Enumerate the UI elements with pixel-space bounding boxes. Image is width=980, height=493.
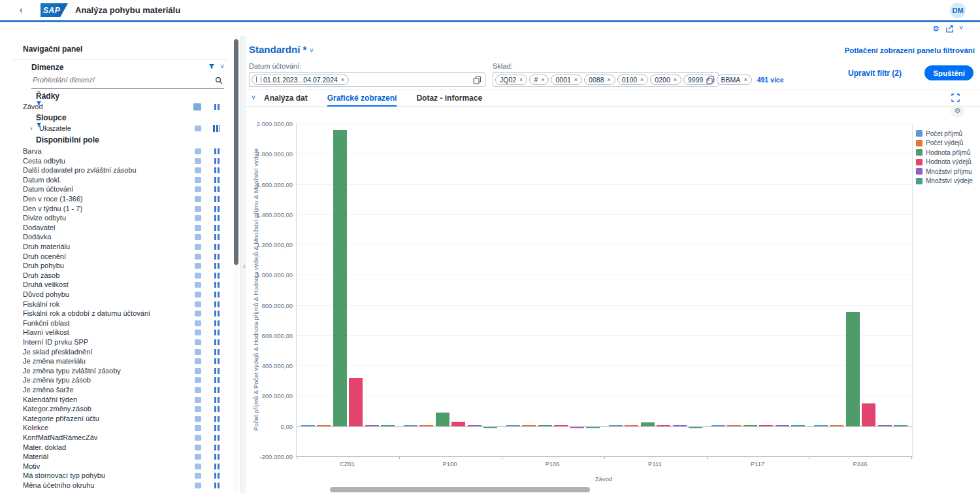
bar-segment[interactable] bbox=[791, 425, 805, 426]
add-to-columns-icon[interactable] bbox=[214, 311, 220, 316]
bar-segment[interactable] bbox=[349, 378, 363, 426]
legend-item[interactable]: Množství výdeje bbox=[916, 177, 973, 186]
add-to-rows-icon[interactable] bbox=[195, 377, 201, 383]
filter-token[interactable]: 01.01.2023...04.07.2024× bbox=[252, 75, 349, 85]
add-to-rows-icon[interactable] bbox=[195, 445, 201, 450]
bar-segment[interactable] bbox=[301, 425, 315, 426]
chart-settings-gear-icon[interactable]: ⚙ bbox=[951, 104, 964, 118]
collapse-content-chevron-icon[interactable]: ˅ bbox=[252, 94, 255, 101]
token-remove-icon[interactable]: × bbox=[341, 76, 344, 83]
bar-segment[interactable] bbox=[846, 312, 860, 426]
add-to-columns-icon[interactable] bbox=[214, 349, 220, 355]
bar-segment[interactable] bbox=[743, 425, 757, 426]
bar-segment[interactable] bbox=[506, 425, 520, 426]
add-to-rows-icon[interactable] bbox=[195, 464, 201, 469]
add-to-columns-icon[interactable] bbox=[214, 473, 220, 479]
field-row[interactable]: Fiskální rok a období z datumu účtování bbox=[0, 309, 232, 318]
panel-scrollbar-thumb[interactable] bbox=[234, 39, 238, 265]
field-row[interactable]: Druh materiálu bbox=[0, 242, 232, 252]
add-to-columns-icon[interactable] bbox=[214, 483, 220, 488]
add-to-columns-icon[interactable] bbox=[214, 186, 220, 192]
bar-segment[interactable] bbox=[404, 425, 417, 426]
chevron-right-icon[interactable]: › bbox=[30, 124, 33, 132]
field-row[interactable]: Kalendářní týden bbox=[0, 395, 232, 405]
add-to-columns-icon[interactable] bbox=[214, 397, 220, 403]
add-to-columns-icon[interactable] bbox=[214, 464, 220, 469]
bar-segment[interactable] bbox=[727, 425, 741, 426]
add-to-rows-icon[interactable] bbox=[195, 339, 201, 345]
bar-segment[interactable] bbox=[609, 425, 623, 426]
add-to-columns-icon[interactable] bbox=[214, 206, 220, 212]
add-to-rows-icon[interactable] bbox=[195, 311, 201, 316]
field-row[interactable]: Kategor.změny.zásob bbox=[0, 404, 232, 414]
add-to-rows-icon[interactable] bbox=[195, 425, 201, 431]
add-to-columns-icon[interactable] bbox=[214, 273, 220, 279]
tab-anal-za-dat[interactable]: Analýza dat bbox=[264, 90, 308, 107]
bar-segment[interactable] bbox=[586, 427, 600, 428]
bar-segment[interactable] bbox=[538, 425, 552, 426]
field-row[interactable]: Datum dokl. bbox=[0, 175, 232, 185]
add-to-columns-icon[interactable] bbox=[214, 330, 220, 335]
filter-token[interactable]: 0088× bbox=[584, 75, 615, 85]
token-remove-icon[interactable]: × bbox=[541, 76, 544, 83]
legend-item[interactable]: Počet výdejů bbox=[916, 139, 973, 148]
sklad-filter-field[interactable]: JQ02×#×0001×0088×0100×0200×9999×BBMA× 49… bbox=[493, 72, 719, 87]
bar-segment[interactable] bbox=[689, 427, 702, 428]
add-to-rows-icon[interactable] bbox=[195, 397, 201, 403]
add-to-columns-icon[interactable] bbox=[213, 125, 220, 132]
settings-gear-icon[interactable]: ⚙ bbox=[932, 24, 939, 33]
bar-segment[interactable] bbox=[365, 425, 379, 426]
add-to-rows-icon[interactable] bbox=[195, 387, 201, 393]
field-row[interactable]: Dodávka bbox=[0, 232, 232, 242]
add-to-columns-icon[interactable] bbox=[214, 435, 220, 441]
legend-item[interactable]: Hodnota výdejů bbox=[916, 158, 973, 167]
token-remove-icon[interactable]: × bbox=[519, 76, 523, 83]
field-row[interactable]: ›Ukazatele bbox=[0, 124, 232, 133]
add-to-columns-icon[interactable] bbox=[214, 263, 220, 269]
add-to-rows-icon[interactable] bbox=[195, 483, 201, 488]
chevron-down-icon[interactable]: ˅ bbox=[220, 63, 224, 70]
hierarchy-icon[interactable] bbox=[208, 63, 215, 70]
share-icon[interactable] bbox=[945, 25, 954, 33]
filter-token[interactable]: 0100× bbox=[617, 75, 649, 85]
go-button[interactable]: Spuštění bbox=[924, 65, 973, 80]
add-to-columns-icon[interactable] bbox=[214, 215, 220, 221]
field-row[interactable]: Kolekce bbox=[0, 423, 232, 433]
bar-segment[interactable] bbox=[776, 425, 789, 426]
bar-segment[interactable] bbox=[657, 425, 670, 426]
bar-segment[interactable] bbox=[814, 425, 828, 426]
add-to-columns-icon[interactable] bbox=[214, 292, 220, 298]
add-to-rows-icon[interactable] bbox=[195, 273, 201, 279]
bar-segment[interactable] bbox=[451, 422, 465, 426]
add-to-rows-icon[interactable] bbox=[195, 473, 201, 479]
add-to-columns-icon[interactable] bbox=[214, 406, 220, 412]
field-row[interactable]: Cesta odbytu bbox=[0, 156, 232, 166]
add-to-columns-icon[interactable] bbox=[214, 244, 220, 250]
add-to-rows-icon[interactable] bbox=[195, 416, 201, 422]
value-help-icon[interactable] bbox=[706, 76, 715, 84]
legend-item[interactable]: Počet příjmů bbox=[916, 129, 973, 139]
field-row[interactable]: Měna účetního okruhu bbox=[0, 481, 232, 490]
field-row[interactable]: Je změna typu zvláštní zásoby bbox=[0, 366, 232, 376]
field-row[interactable]: Interní ID prvku SPP bbox=[0, 337, 232, 347]
bar-segment[interactable] bbox=[419, 425, 433, 426]
filter-token[interactable]: #× bbox=[529, 75, 549, 85]
filter-token[interactable]: JQ02× bbox=[495, 75, 527, 85]
add-to-columns-icon[interactable] bbox=[214, 339, 220, 345]
field-row[interactable]: Kategorie přiřazení účtu bbox=[0, 414, 232, 424]
bar-segment[interactable] bbox=[641, 422, 655, 426]
add-to-rows-icon[interactable] bbox=[195, 368, 201, 374]
fullscreen-icon[interactable] bbox=[951, 94, 960, 102]
add-to-rows-icon[interactable] bbox=[195, 148, 201, 154]
add-to-rows-icon[interactable] bbox=[195, 215, 201, 221]
add-to-rows-icon[interactable] bbox=[195, 330, 201, 335]
bar-segment[interactable] bbox=[381, 425, 395, 426]
add-to-rows-icon[interactable] bbox=[195, 301, 201, 307]
bar-segment[interactable] bbox=[625, 425, 638, 426]
add-to-rows-icon[interactable] bbox=[195, 263, 201, 269]
bar-segment[interactable] bbox=[711, 425, 725, 426]
add-to-rows-icon[interactable] bbox=[195, 225, 201, 231]
token-remove-icon[interactable]: × bbox=[574, 76, 578, 83]
add-to-rows-icon[interactable] bbox=[193, 103, 201, 110]
add-to-columns-icon[interactable] bbox=[214, 282, 220, 288]
